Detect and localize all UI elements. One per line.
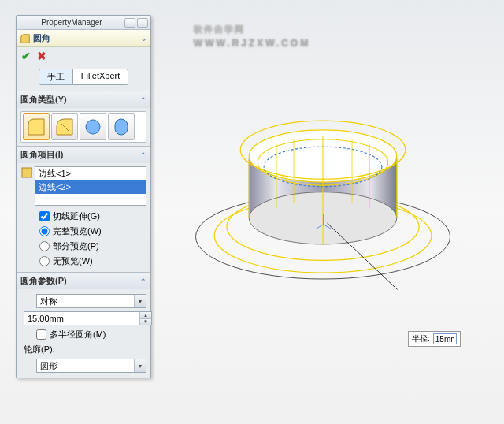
profile-icon [20, 359, 33, 372]
multi-radius-label: 多半径圆角(M) [50, 329, 106, 340]
section-header-params[interactable]: 圆角参数(P) ⌃ [17, 273, 150, 289]
list-item[interactable]: 边线<1> [35, 167, 146, 180]
chevron-up-icon: ⌃ [140, 96, 146, 104]
property-manager-panel: PropertyManager 圆角 ⌄ ✔ ✖ 手工 FilletXpert … [16, 15, 151, 378]
partial-preview-row: 部分预览(P) [20, 239, 146, 254]
spin-down-button[interactable]: ▼ [140, 318, 151, 325]
radius-input[interactable] [24, 314, 139, 323]
svg-rect-19 [86, 120, 100, 134]
tangent-label: 切线延伸(G) [53, 210, 100, 222]
profile-value: 圆形 [37, 360, 134, 372]
list-item[interactable]: 边线<2> [35, 180, 146, 194]
panel-title: PropertyManager [19, 18, 124, 27]
section-title-type: 圆角类型(Y) [20, 94, 67, 106]
chevron-down-icon[interactable]: ▾ [134, 359, 146, 372]
action-row: ✔ ✖ [17, 47, 150, 65]
fillet-type-full-round[interactable] [108, 113, 135, 140]
no-preview-label: 无预览(W) [53, 255, 93, 267]
feature-name: 圆角 [33, 32, 50, 44]
tab-filletxpert[interactable]: FilletXpert [73, 69, 129, 85]
tabs: 手工 FilletXpert [17, 65, 150, 91]
profile-dropdown[interactable]: 圆形 ▾ [36, 359, 146, 373]
svg-rect-20 [115, 119, 128, 135]
section-title-items: 圆角项目(I) [20, 149, 63, 161]
section-title-params: 圆角参数(P) [20, 275, 67, 287]
chevron-up-icon: ⌃ [140, 277, 146, 285]
radius-spinner[interactable]: ▲ ▼ [24, 311, 152, 325]
partial-preview-radio[interactable] [39, 241, 50, 251]
fillet-type-variable[interactable] [51, 113, 78, 140]
ok-button[interactable]: ✔ [21, 50, 31, 62]
no-preview-row: 无预览(W) [20, 254, 146, 269]
profile-label: 轮廓(P): [20, 342, 146, 357]
radius-callout[interactable]: 半径: [408, 331, 461, 347]
multi-radius-checkbox[interactable] [36, 329, 46, 340]
full-preview-row: 完整预览(W) [20, 224, 146, 239]
cancel-button[interactable]: ✖ [37, 50, 46, 62]
chevron-up-icon: ⌃ [140, 151, 146, 159]
full-preview-radio[interactable] [39, 226, 50, 236]
pushpin-icon[interactable] [124, 18, 135, 28]
fillet-icon [20, 33, 31, 44]
panel-titlebar: PropertyManager [17, 16, 150, 30]
model-3d[interactable] [154, 106, 492, 311]
partial-preview-label: 部分预览(P) [53, 240, 99, 252]
selection-icon [20, 166, 33, 179]
callout-value-input[interactable] [433, 333, 457, 344]
tangent-checkbox[interactable] [39, 211, 50, 221]
symmetry-icon [20, 295, 33, 307]
full-preview-label: 完整预览(W) [53, 225, 102, 237]
list-item-empty[interactable] [35, 194, 146, 205]
section-header-type[interactable]: 圆角类型(Y) ⌃ [17, 91, 150, 108]
chevron-down-icon[interactable]: ⌄ [140, 33, 147, 43]
help-icon[interactable] [137, 18, 148, 28]
watermark-text: 软件自学网 [194, 24, 245, 34]
symmetry-value: 对称 [37, 296, 134, 307]
tab-manual[interactable]: 手工 [39, 69, 73, 85]
tangent-propagation-row: 切线延伸(G) [20, 209, 146, 224]
svg-rect-21 [22, 168, 32, 177]
fillet-type-group [20, 111, 146, 143]
chevron-down-icon[interactable]: ▾ [134, 295, 146, 307]
spin-up-button[interactable]: ▲ [140, 312, 151, 318]
callout-label: 半径: [412, 333, 430, 344]
fillet-type-face[interactable] [80, 113, 106, 140]
watermark: 软件自学网 WWW.RJZXW.COM [194, 13, 310, 49]
no-preview-radio[interactable] [39, 256, 50, 266]
symmetry-dropdown[interactable]: 对称 ▾ [36, 294, 146, 308]
section-header-items[interactable]: 圆角项目(I) ⌃ [17, 147, 150, 163]
watermark-url: WWW.RJZXW.COM [194, 38, 310, 49]
feature-header: 圆角 ⌄ [17, 30, 150, 47]
selection-listbox[interactable]: 边线<1> 边线<2> [35, 166, 146, 206]
fillet-type-constant[interactable] [23, 113, 50, 140]
